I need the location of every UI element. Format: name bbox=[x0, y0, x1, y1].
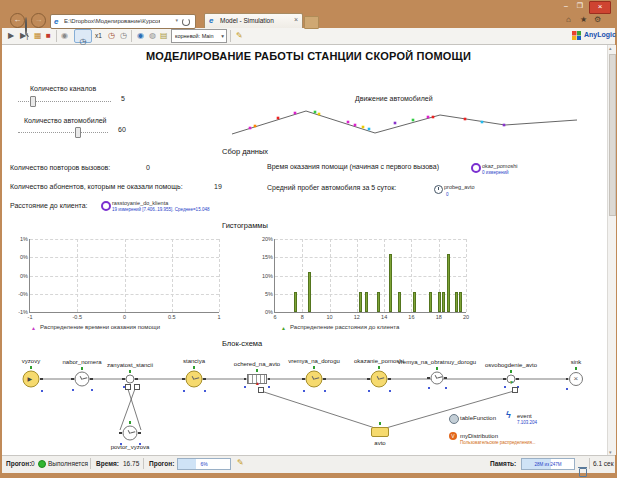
block-stanciya[interactable] bbox=[186, 371, 203, 388]
out-port bbox=[388, 378, 391, 381]
misc-sub-event: 7.103.204 bbox=[517, 420, 537, 425]
count-mark bbox=[428, 387, 430, 389]
in-port bbox=[122, 378, 125, 381]
time-value: 16.75 bbox=[123, 460, 139, 468]
block-zanyatost_stancii[interactable] bbox=[126, 375, 135, 384]
y-tick-label: 10% bbox=[253, 273, 273, 279]
out-port bbox=[135, 378, 138, 381]
settings-icon[interactable]: ⚙ bbox=[594, 15, 601, 24]
progress-bar: 6% bbox=[177, 458, 231, 470]
home-icon[interactable]: ⌂ bbox=[566, 15, 571, 24]
channels-value: 5 bbox=[121, 95, 125, 102]
back-button[interactable]: ← bbox=[10, 13, 25, 28]
vehicle-dot bbox=[368, 128, 371, 131]
address-url[interactable]: E:\Dropbox\Моделирование\Курсовой прое bbox=[64, 18, 160, 24]
status-pen-icon[interactable]: ✎ bbox=[237, 458, 244, 467]
block-vremya_na_dorogu[interactable] bbox=[306, 371, 323, 388]
in-port bbox=[302, 378, 305, 381]
block-vyzovy[interactable] bbox=[23, 371, 40, 388]
scrollbar-thumb[interactable] bbox=[609, 54, 616, 216]
toolbar-separator bbox=[131, 30, 132, 42]
help-time-name: okaz_pomoshi bbox=[482, 163, 517, 169]
block-povtor_vyzova[interactable] bbox=[123, 426, 138, 441]
clock-statistic-icon[interactable] bbox=[434, 185, 443, 194]
histogram-bar bbox=[447, 254, 450, 312]
garbage-collect-icon[interactable] bbox=[579, 468, 587, 477]
block-avto[interactable] bbox=[371, 427, 389, 437]
out-port bbox=[444, 377, 447, 380]
address-bar[interactable]: e E:\Dropbox\Моделирование\Курсовой прое… bbox=[50, 14, 196, 29]
x-tick-label: 16 bbox=[403, 314, 419, 320]
vehicle-dot bbox=[394, 122, 397, 125]
channels-slider-thumb[interactable] bbox=[30, 96, 36, 107]
misc-label-tableFunction: tableFunction bbox=[460, 415, 496, 421]
windows-icon[interactable]: ▦ bbox=[34, 29, 42, 42]
step-icon[interactable]: ▶| bbox=[20, 29, 28, 42]
dropdown-arrow-icon: ▾ bbox=[221, 30, 224, 42]
in-port bbox=[119, 432, 122, 435]
misc-label-myDistribution: myDistribution bbox=[460, 433, 498, 439]
refresh-icon[interactable] bbox=[182, 18, 190, 26]
out-port bbox=[90, 378, 93, 381]
block-state-tick bbox=[30, 366, 32, 369]
event-icon[interactable]: ϟ bbox=[506, 411, 511, 420]
vehicle-dot bbox=[314, 111, 317, 114]
pen-icon[interactable]: ✎ bbox=[236, 29, 243, 42]
vehicles-slider[interactable] bbox=[18, 132, 108, 133]
block-nabor_nomera[interactable] bbox=[75, 372, 90, 387]
histogram-bar bbox=[365, 292, 368, 312]
pan-icon[interactable]: ◍ bbox=[149, 29, 156, 42]
repeat-calls-label: Количество повторов вызовов: bbox=[10, 164, 110, 171]
block-okazanie_pomoshi[interactable] bbox=[371, 371, 388, 388]
block-sink[interactable] bbox=[569, 372, 583, 386]
block-label-povtor_vyzova: povtor_vyzova bbox=[70, 444, 190, 450]
address-dropdown-icon[interactable]: ▾ bbox=[175, 17, 178, 23]
vehicles-slider-thumb[interactable] bbox=[75, 127, 81, 138]
block-vremya_na_obratnuy_dorogu[interactable] bbox=[431, 372, 444, 385]
close-button[interactable]: × bbox=[589, 1, 611, 14]
statistic-icon[interactable] bbox=[101, 201, 111, 211]
real-time-button[interactable]: ◷ bbox=[74, 29, 92, 43]
branch-port bbox=[512, 387, 518, 393]
distribution-icon[interactable]: V bbox=[449, 432, 457, 440]
maximize-button[interactable]: ❒ bbox=[574, 1, 586, 11]
new-tab-button[interactable] bbox=[304, 16, 319, 29]
time-scale-icon[interactable]: ◷ bbox=[108, 29, 115, 42]
navigate-icon[interactable]: ◉ bbox=[137, 29, 144, 42]
count-mark bbox=[139, 443, 141, 445]
in-port bbox=[244, 378, 247, 381]
in-port bbox=[367, 378, 370, 381]
tab-close-icon[interactable]: × bbox=[294, 16, 298, 23]
scroll-down-icon[interactable]: ▾ bbox=[609, 449, 612, 455]
histogram-bar bbox=[308, 272, 311, 312]
gridline-h bbox=[275, 257, 466, 258]
anylogic-logo-icon bbox=[572, 31, 581, 40]
table-function-icon[interactable] bbox=[449, 414, 459, 424]
channels-label: Количество каналов bbox=[30, 85, 96, 92]
clock-minute-hand bbox=[437, 376, 442, 378]
statistic-icon[interactable] bbox=[471, 163, 481, 173]
stop-icon[interactable]: ■ bbox=[46, 29, 51, 42]
tab-model-simulation[interactable]: e Model - Simulation × bbox=[204, 13, 303, 28]
gridline-v bbox=[219, 239, 220, 312]
minimize-button[interactable]: – bbox=[560, 1, 572, 11]
view-selector-dropdown[interactable]: корневой: Main ▾ bbox=[171, 29, 227, 43]
branch-port bbox=[258, 387, 264, 393]
favorites-icon[interactable]: ★ bbox=[580, 15, 587, 24]
branch-port bbox=[134, 384, 140, 390]
zoom-area-icon[interactable]: ▤ bbox=[160, 29, 168, 42]
clock-minute-hand bbox=[314, 377, 319, 379]
movement-chart bbox=[225, 100, 610, 145]
run-icon[interactable]: ▶ bbox=[8, 29, 14, 42]
x-tick-label: 0 bbox=[117, 314, 133, 320]
distance-legend: Распределение расстояния до клиента bbox=[290, 324, 399, 330]
histogram-bar bbox=[442, 292, 445, 312]
vehicle-dot bbox=[464, 118, 467, 121]
block-state-tick bbox=[129, 421, 131, 424]
histogram-bar bbox=[389, 254, 392, 312]
virtual-time-icon[interactable]: ◉ bbox=[61, 29, 68, 42]
not-helped-value: 19 bbox=[214, 183, 222, 190]
count-mark bbox=[91, 389, 93, 391]
run-settings-icon[interactable]: ◷ bbox=[120, 29, 127, 42]
forward-button[interactable]: → bbox=[31, 13, 46, 28]
